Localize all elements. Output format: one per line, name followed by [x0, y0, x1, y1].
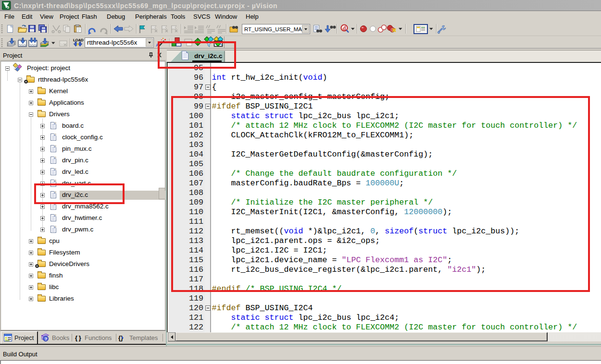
svg-text:LOAD: LOAD	[73, 38, 84, 42]
svg-text:5: 5	[7, 5, 10, 10]
svg-text:?: ?	[45, 336, 48, 341]
svg-text:d: d	[343, 25, 346, 32]
